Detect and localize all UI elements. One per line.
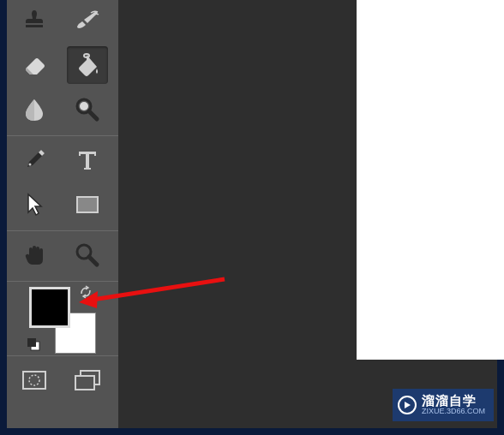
arrow-cursor-icon	[24, 192, 45, 218]
watermark-url: ZIXUE.3D66.COM	[422, 408, 485, 416]
svg-rect-8	[27, 338, 36, 347]
eraser-tool[interactable]	[14, 46, 55, 84]
blur-icon	[24, 97, 45, 122]
pen-tool[interactable]	[14, 141, 55, 179]
rectangle-icon	[75, 194, 100, 215]
default-colors-icon[interactable]	[26, 337, 41, 352]
zoom-icon	[75, 242, 100, 268]
stamp-icon	[21, 8, 47, 33]
rectangle-tool[interactable]	[67, 186, 108, 223]
hand-icon	[22, 242, 46, 268]
paint-bucket-icon	[75, 51, 100, 79]
quickmask-icon	[21, 370, 47, 390]
blur-tool[interactable]	[14, 91, 55, 128]
canvas-area[interactable]	[357, 0, 504, 360]
paint-bucket-tool[interactable]	[67, 46, 108, 84]
watermark: 溜溜自学 ZIXUE.3D66.COM	[393, 389, 494, 421]
eraser-icon	[21, 54, 47, 76]
hand-tool[interactable]	[14, 236, 55, 274]
zoom-tool[interactable]	[67, 236, 108, 274]
type-tool[interactable]	[67, 141, 108, 179]
color-swatches	[14, 287, 111, 354]
workspace	[7, 0, 497, 428]
tools-panel	[7, 0, 118, 428]
type-icon	[76, 148, 99, 172]
history-brush-icon	[74, 8, 101, 33]
svg-rect-5	[77, 197, 98, 212]
screenmode-icon	[74, 369, 101, 391]
dodge-tool[interactable]	[67, 91, 108, 128]
svg-rect-12	[75, 376, 94, 390]
dodge-icon	[75, 97, 100, 122]
foreground-color-swatch[interactable]	[29, 287, 70, 328]
pen-icon	[22, 147, 46, 173]
history-brush-tool[interactable]	[67, 2, 108, 39]
path-selection-tool[interactable]	[14, 186, 55, 223]
watermark-logo-icon	[398, 396, 417, 414]
svg-point-4	[29, 164, 32, 166]
stamp-tool[interactable]	[14, 2, 55, 39]
svg-point-3	[80, 102, 88, 110]
watermark-title: 溜溜自学	[422, 394, 485, 408]
svg-point-10	[29, 375, 39, 385]
screen-mode[interactable]	[67, 361, 108, 399]
swap-colors-icon[interactable]	[79, 285, 93, 299]
svg-rect-9	[23, 372, 45, 389]
svg-rect-0	[26, 25, 43, 27]
quick-mask-mode[interactable]	[14, 361, 55, 399]
